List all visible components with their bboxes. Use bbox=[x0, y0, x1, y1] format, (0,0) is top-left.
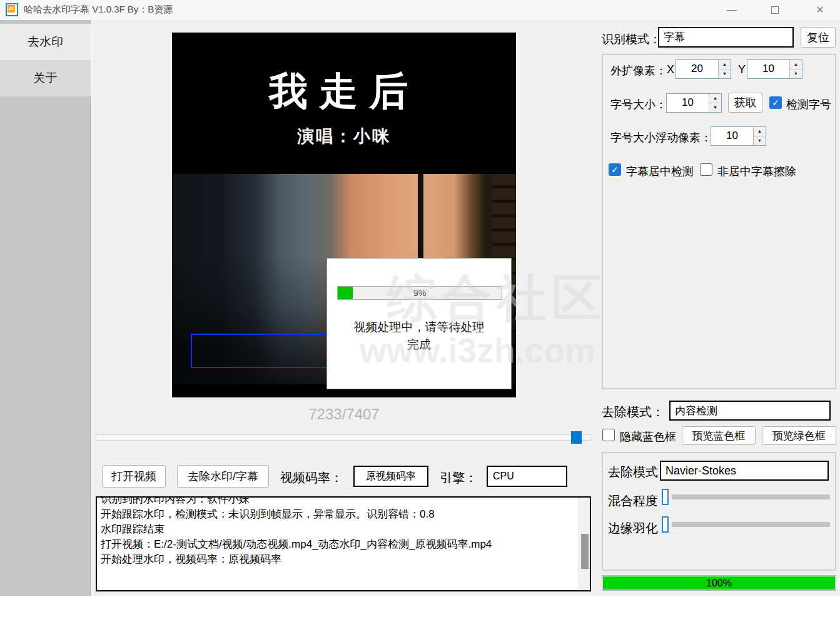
expand-pixels-label: 外扩像素： bbox=[610, 63, 667, 78]
font-size-value: 10 bbox=[667, 94, 709, 112]
sidebar-item-remove-watermark[interactable]: 去水印 bbox=[0, 24, 91, 60]
remove-watermark-button[interactable]: 去除水印/字幕 bbox=[177, 465, 269, 488]
overall-progress-text: 100% bbox=[602, 576, 836, 590]
recognition-mode-select[interactable]: 字幕 bbox=[658, 27, 794, 48]
font-size-spinner[interactable]: 10 ▲ ▼ bbox=[666, 93, 722, 113]
detect-font-checkbox[interactable]: ✓ bbox=[769, 96, 782, 109]
feather-label: 边缘羽化 bbox=[608, 520, 658, 537]
app-icon: AI bbox=[6, 3, 18, 16]
x-spin-up-icon[interactable]: ▲ bbox=[719, 60, 731, 69]
bitrate-select[interactable]: 原视频码率 bbox=[353, 466, 428, 487]
video-song-title: 我走后 bbox=[172, 65, 516, 118]
minimize-button[interactable]: — bbox=[722, 3, 741, 18]
y-spin-down-icon[interactable]: ▼ bbox=[790, 69, 802, 78]
algorithm-label: 去除模式 bbox=[608, 464, 658, 481]
feather-slider-groove[interactable] bbox=[672, 522, 830, 527]
y-value: 10 bbox=[747, 60, 789, 78]
x-label: X bbox=[667, 63, 674, 76]
float-spin-down-icon[interactable]: ▼ bbox=[754, 136, 766, 145]
font-size-label: 字号大小： bbox=[610, 97, 667, 112]
y-spinner[interactable]: 10 ▲ ▼ bbox=[747, 59, 802, 79]
log-line: 水印跟踪结束 bbox=[101, 522, 570, 537]
blend-slider-handle[interactable] bbox=[662, 489, 669, 505]
dialog-message-line1: 视频处理中，请等待处理 bbox=[327, 319, 511, 336]
font-size-spin-down-icon[interactable]: ▼ bbox=[709, 103, 721, 112]
log-lines: 识别到的水印内容为：软件小妹 开始跟踪水印，检测模式：未识别到帧显示，异常显示。… bbox=[101, 496, 570, 567]
seek-slider[interactable] bbox=[96, 434, 591, 441]
preview-blue-box-button[interactable]: 预览蓝色框 bbox=[682, 426, 756, 445]
remove-mode-label: 去除模式： bbox=[602, 404, 664, 421]
reset-button[interactable]: 复位 bbox=[801, 27, 836, 48]
frame-counter: 7233/7407 bbox=[172, 406, 516, 423]
remove-mode-select[interactable]: 内容检测 bbox=[669, 401, 831, 421]
font-size-spin-up-icon[interactable]: ▲ bbox=[709, 94, 721, 103]
log-line: 识别到的水印内容为：软件小妹 bbox=[101, 496, 570, 507]
preview-green-box-button[interactable]: 预览绿色框 bbox=[762, 426, 836, 445]
hide-blue-box-checkbox[interactable] bbox=[602, 429, 615, 441]
get-button[interactable]: 获取 bbox=[728, 93, 762, 113]
open-video-button[interactable]: 打开视频 bbox=[102, 465, 166, 488]
overall-progress-bar: 100% bbox=[602, 575, 836, 591]
log-scrollbar[interactable] bbox=[579, 498, 590, 590]
seek-slider-handle[interactable] bbox=[571, 431, 582, 444]
float-spin-up-icon[interactable]: ▲ bbox=[754, 127, 766, 136]
app-icon-ai-badge: AI bbox=[8, 5, 15, 13]
subtitle-settings-group: 外扩像素： X 20 ▲ ▼ Y 10 ▲ ▼ 字号大小： 10 ▲ ▼ 获取 bbox=[602, 54, 836, 389]
y-label: Y bbox=[738, 63, 746, 76]
log-scrollbar-thumb[interactable] bbox=[581, 534, 589, 569]
x-spinner[interactable]: 20 ▲ ▼ bbox=[676, 59, 731, 79]
log-textarea[interactable]: 识别到的水印内容为：软件小妹 开始跟踪水印，检测模式：未识别到帧显示，异常显示。… bbox=[96, 496, 591, 591]
app-window: AI 哈哈去水印字幕 V1.0.3F By：B资源 — ✕ 去水印 关于 我走后… bbox=[0, 0, 840, 624]
detect-font-label: 检测字号 bbox=[786, 97, 831, 112]
sidebar-item-about[interactable]: 关于 bbox=[0, 60, 91, 96]
blend-slider-groove[interactable] bbox=[672, 494, 830, 499]
center-detect-checkbox[interactable]: ✓ bbox=[609, 163, 621, 176]
close-button[interactable]: ✕ bbox=[811, 3, 829, 18]
y-spin-up-icon[interactable]: ▲ bbox=[790, 60, 802, 69]
algorithm-select[interactable]: Navier-Stokes bbox=[660, 461, 829, 481]
dialog-message: 视频处理中，请等待处理 完成 bbox=[327, 319, 511, 354]
center-detect-label: 字幕居中检测 bbox=[626, 164, 694, 179]
engine-select[interactable]: CPU bbox=[487, 466, 567, 487]
dialog-progress-bar: 9% bbox=[337, 286, 502, 300]
dialog-progress-text: 9% bbox=[338, 287, 502, 299]
float-pixels-spinner[interactable]: 10 ▲ ▼ bbox=[711, 126, 766, 146]
log-line: 打开视频：E:/2-测试文档/视频/动态视频.mp4_动态水印_内容检测_原视频… bbox=[101, 537, 570, 552]
float-pixels-label: 字号大小浮动像素： bbox=[610, 130, 712, 145]
engine-label: 引擎： bbox=[440, 469, 477, 486]
window-title: 哈哈去水印字幕 V1.0.3F By：B资源 bbox=[24, 4, 173, 16]
processing-dialog: 9% 视频处理中，请等待处理 完成 bbox=[326, 258, 512, 389]
log-line: 开始处理水印，视频码率：原视频码率 bbox=[101, 552, 570, 567]
title-bar: AI 哈哈去水印字幕 V1.0.3F By：B资源 — ✕ bbox=[0, 0, 840, 20]
video-singer-subtitle: 演唱：小咪 bbox=[172, 125, 516, 148]
maximize-button[interactable] bbox=[766, 3, 784, 18]
bitrate-label: 视频码率： bbox=[280, 469, 343, 486]
feather-slider-handle[interactable] bbox=[662, 516, 669, 533]
log-line: 开始跟踪水印，检测模式：未识别到帧显示，异常显示。识别容错：0.8 bbox=[101, 507, 570, 522]
dialog-message-line2: 完成 bbox=[327, 336, 511, 354]
x-spin-down-icon[interactable]: ▼ bbox=[719, 69, 731, 78]
non-center-erase-label: 非居中字幕擦除 bbox=[717, 164, 796, 179]
blend-label: 混合程度 bbox=[608, 493, 658, 509]
x-value: 20 bbox=[676, 60, 718, 78]
non-center-erase-checkbox[interactable] bbox=[700, 163, 712, 176]
hide-blue-box-label: 隐藏蓝色框 bbox=[620, 429, 676, 444]
maximize-icon bbox=[771, 6, 779, 14]
recognition-mode-label: 识别模式： bbox=[602, 31, 661, 48]
float-pixels-value: 10 bbox=[711, 127, 753, 145]
algorithm-group: 去除模式 Navier-Stokes 混合程度 边缘羽化 bbox=[602, 452, 836, 571]
sidebar: 去水印 关于 bbox=[0, 20, 91, 596]
